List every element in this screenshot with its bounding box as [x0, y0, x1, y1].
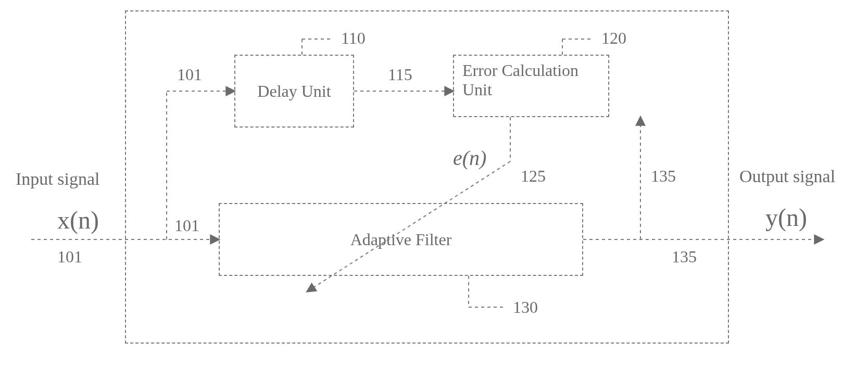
ref-101-b: 101: [177, 65, 202, 84]
adaptive-filter-label: Adaptive Filter: [350, 230, 452, 249]
input-signal-symbol: x(n): [57, 206, 99, 234]
ref-120: 120: [601, 29, 626, 48]
diagram-stage: Delay Unit Error Calculation Unit Adapti…: [0, 0, 868, 380]
ref-125: 125: [521, 167, 546, 186]
ref-135-b: 135: [672, 247, 697, 267]
ref-110: 110: [341, 29, 366, 48]
delay-unit-label: Delay Unit: [257, 82, 331, 101]
system-boundary-box: [125, 10, 729, 344]
delay-unit-block: Delay Unit: [234, 55, 354, 128]
ref-101-a: 101: [57, 247, 82, 267]
error-symbol: e(n): [453, 146, 486, 170]
input-signal-title: Input signal: [16, 169, 99, 189]
ref-101-c: 101: [174, 216, 199, 235]
ref-135-a: 135: [651, 167, 676, 186]
ref-115: 115: [388, 65, 412, 84]
error-calc-unit-label: Error Calculation Unit: [462, 61, 604, 99]
output-signal-symbol: y(n): [765, 203, 807, 232]
adaptive-filter-block: Adaptive Filter: [219, 203, 583, 276]
ref-130: 130: [513, 298, 538, 317]
output-signal-title: Output signal: [739, 167, 835, 186]
error-calc-unit-block: Error Calculation Unit: [453, 55, 609, 117]
